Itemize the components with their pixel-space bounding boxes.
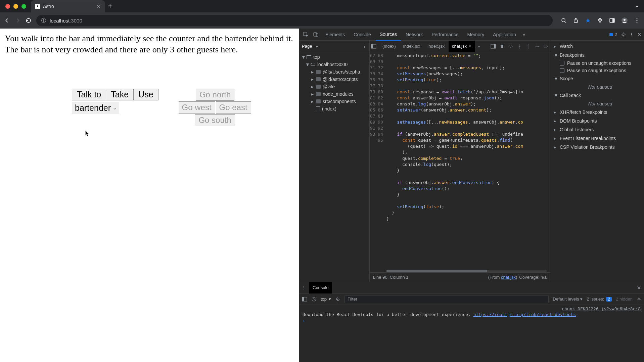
svg-point-11 — [637, 22, 638, 23]
search-icon[interactable] — [561, 17, 567, 24]
tree-folder[interactable]: ▸@fs/Users/stepha — [299, 68, 369, 76]
nav-forward-icon[interactable] — [15, 17, 21, 24]
pause-script-icon[interactable] — [499, 43, 505, 49]
nav-reload-icon[interactable] — [26, 17, 32, 24]
live-expression-icon[interactable] — [335, 297, 340, 302]
devtools-kebab-icon[interactable] — [629, 32, 634, 37]
target-select[interactable]: bartender ⌵ — [72, 102, 119, 114]
page-subtab[interactable]: Page — [302, 44, 312, 49]
nav-back-icon[interactable] — [4, 17, 10, 24]
side-panel-icon[interactable] — [609, 17, 615, 24]
file-tab-active[interactable]: chat.jsx× — [449, 41, 475, 52]
site-info-icon[interactable] — [41, 18, 46, 23]
react-devtools-link[interactable]: https://reactjs.org/link/react-devtools — [473, 312, 576, 317]
csp-breakpoints-section[interactable]: ▸CSP Violation Breakpoints — [550, 143, 644, 151]
tab-close-icon[interactable] — [96, 4, 101, 9]
menu-kebab-icon[interactable] — [634, 17, 640, 24]
log-levels-select[interactable]: Default levels▾ — [553, 297, 583, 302]
event-listener-breakpoints-section[interactable]: ▸Event Listener Breakpoints — [550, 134, 644, 143]
extensions-icon[interactable] — [597, 17, 603, 24]
breakpoints-section[interactable]: ▼Breakpoints — [550, 51, 644, 59]
console-context-select[interactable]: top ▾ — [321, 297, 331, 302]
tree-folder[interactable]: ▸node_modules — [299, 90, 369, 98]
take-button[interactable]: Take — [106, 89, 134, 100]
console-issues[interactable]: 2 Issues:2 — [587, 297, 612, 302]
profile-avatar-icon[interactable] — [621, 17, 628, 24]
console-source-link[interactable]: chunk-DFKOJ226.js?v=9e6b4e8c:8 — [303, 306, 641, 311]
watch-section[interactable]: ▸Watch — [550, 42, 644, 51]
devtools-close-icon[interactable] — [637, 32, 642, 37]
tree-file[interactable]: (index) — [299, 105, 369, 112]
callstack-not-paused: Not paused — [550, 100, 644, 108]
console-kebab-icon[interactable] — [302, 286, 306, 290]
console-prompt[interactable]: › — [303, 318, 641, 323]
step-icon[interactable] — [534, 43, 540, 49]
navigator-kebab-icon[interactable] — [363, 44, 367, 48]
scope-section[interactable]: ▼Scope — [550, 74, 644, 83]
cursor-icon — [85, 130, 90, 137]
window-close-icon[interactable] — [5, 4, 10, 9]
device-toggle-icon[interactable] — [313, 32, 319, 37]
issues-indicator[interactable]: 2 — [609, 32, 617, 37]
console-drawer-tab[interactable]: Console — [309, 282, 332, 293]
console-hidden-count[interactable]: 2 hidden — [616, 297, 633, 302]
window-minimize-icon[interactable] — [13, 4, 18, 9]
tree-host[interactable]: ▼localhost:3000 — [299, 61, 369, 68]
talk-to-button[interactable]: Talk to — [72, 89, 106, 100]
share-icon[interactable] — [573, 17, 579, 24]
caught-exceptions-checkbox[interactable] — [560, 68, 564, 73]
tree-folder[interactable]: ▸src/components — [299, 98, 369, 105]
xhr-breakpoints-section[interactable]: ▸XHR/fetch Breakpoints — [550, 108, 644, 117]
go-north-button[interactable]: Go north — [196, 89, 234, 101]
console-settings-gear-icon[interactable] — [637, 297, 641, 302]
use-button[interactable]: Use — [134, 89, 158, 100]
tree-top[interactable]: ▼top — [299, 53, 369, 61]
source-from-link[interactable]: chat.jsx — [501, 275, 516, 280]
more-subtabs-icon[interactable]: » — [315, 44, 318, 49]
tab-network[interactable]: Network — [402, 29, 427, 41]
tree-folder[interactable]: ▸@vite — [299, 83, 369, 90]
close-tab-icon[interactable]: × — [469, 44, 471, 49]
svg-rect-24 — [307, 56, 311, 59]
toggle-debugger-pane-icon[interactable] — [490, 43, 496, 49]
global-listeners-section[interactable]: ▸Global Listeners — [550, 125, 644, 134]
url-input[interactable]: localhost:3000 — [36, 15, 553, 26]
horizontal-scrollbar[interactable] — [386, 270, 547, 272]
code-editor[interactable]: 67 68 69 70 71 72 73 74 75 76 77 78 79 8… — [370, 52, 550, 272]
step-out-icon[interactable] — [525, 43, 531, 49]
go-east-button[interactable]: Go east — [216, 101, 251, 114]
console-filter-input[interactable]: Filter — [344, 295, 549, 303]
tab-application[interactable]: Application — [489, 29, 520, 41]
step-into-icon[interactable] — [516, 43, 522, 49]
window-maximize-icon[interactable] — [21, 4, 26, 9]
more-tabs-icon[interactable]: » — [523, 32, 525, 37]
svg-point-36 — [304, 287, 304, 288]
tab-console[interactable]: Console — [350, 29, 375, 41]
callstack-section[interactable]: ▼Call Stack — [550, 91, 644, 100]
console-sidebar-toggle-icon[interactable] — [302, 297, 307, 302]
console-close-icon[interactable] — [637, 285, 641, 290]
tab-elements[interactable]: Elements — [321, 29, 349, 41]
bookmark-star-icon[interactable] — [585, 17, 591, 24]
file-tab[interactable]: (index) — [379, 41, 399, 52]
tab-memory[interactable]: Memory — [463, 29, 489, 41]
settings-gear-icon[interactable] — [620, 32, 626, 37]
tab-performance[interactable]: Performance — [427, 29, 462, 41]
tab-list-chevron-icon[interactable] — [635, 4, 639, 9]
inspect-element-icon[interactable] — [303, 32, 309, 37]
go-west-button[interactable]: Go west — [179, 101, 215, 114]
clear-console-icon[interactable] — [311, 297, 317, 302]
new-tab-button[interactable]: + — [108, 2, 112, 10]
file-tab[interactable]: index.jsx — [400, 41, 424, 52]
uncaught-exceptions-checkbox[interactable] — [560, 61, 564, 65]
dom-breakpoints-section[interactable]: ▸DOM Breakpoints — [550, 117, 644, 125]
step-over-icon[interactable] — [508, 43, 514, 49]
go-south-button[interactable]: Go south — [195, 114, 235, 126]
toggle-navigator-icon[interactable] — [371, 44, 376, 49]
more-file-tabs-icon[interactable]: » — [475, 44, 482, 49]
file-tab[interactable]: index.jsx — [424, 41, 448, 52]
deactivate-breakpoints-icon[interactable] — [543, 43, 549, 49]
tree-folder[interactable]: ▸@id/astro:scripts — [299, 76, 369, 83]
browser-tab[interactable]: Astro — [31, 0, 105, 12]
tab-sources[interactable]: Sources — [376, 29, 401, 41]
